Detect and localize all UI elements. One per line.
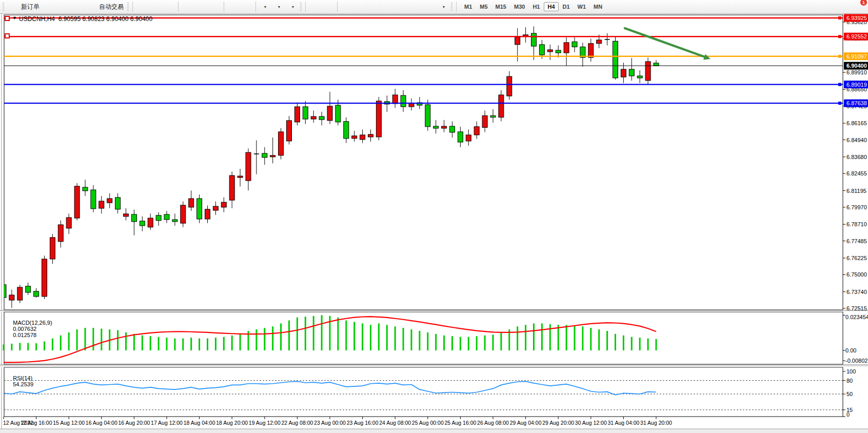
- timeframe-h1[interactable]: H1: [529, 2, 543, 11]
- channel-tool-button[interactable]: F: [395, 1, 408, 12]
- svg-text:6.93925: 6.93925: [846, 15, 867, 21]
- candlestick-type-button[interactable]: [149, 1, 162, 12]
- arrows-tool-button[interactable]: ▼: [437, 1, 450, 12]
- svg-text:31 Aug 04:00: 31 Aug 04:00: [607, 420, 639, 426]
- macd-value-main: 0.007632: [13, 326, 36, 332]
- macd-value-signal: 0.012578: [13, 332, 36, 338]
- svg-text:6.79970: 6.79970: [846, 204, 867, 210]
- svg-text:19 Aug 12:00: 19 Aug 12:00: [249, 420, 281, 426]
- svg-text:6.89019: 6.89019: [846, 82, 867, 88]
- timeframe-m1[interactable]: M1: [461, 2, 476, 11]
- line-chart-type-button[interactable]: [163, 1, 176, 12]
- timeframe-m5[interactable]: M5: [476, 2, 491, 11]
- zoom-in-button[interactable]: [181, 1, 194, 12]
- svg-text:25 Aug 00:00: 25 Aug 00:00: [412, 420, 444, 426]
- notifications-button[interactable]: 1: [852, 1, 865, 12]
- market-watch-button[interactable]: [43, 1, 56, 12]
- svg-text:6.83680: 6.83680: [846, 154, 867, 160]
- toolbar-grip[interactable]: [451, 3, 452, 11]
- auto-trading-label[interactable]: 自动交易: [98, 3, 126, 11]
- vertical-line-tool-button[interactable]: [340, 1, 353, 12]
- toolbar-separator: [305, 2, 306, 12]
- toolbar-separator: [224, 2, 224, 12]
- search-button[interactable]: [835, 1, 849, 12]
- profile-button[interactable]: [56, 1, 70, 12]
- svg-text:29 Aug 20:00: 29 Aug 20:00: [542, 420, 574, 426]
- new-order-button[interactable]: [6, 1, 19, 12]
- rsi-label: RSI(14) 54.2539: [7, 369, 33, 393]
- chart-area[interactable]: 6.936206.923956.899106.886506.874256.861…: [0, 14, 868, 433]
- svg-text:15 Aug 12:00: 15 Aug 12:00: [53, 420, 85, 426]
- svg-text:6.89910: 6.89910: [846, 69, 867, 75]
- svg-text:16 Aug 20:00: 16 Aug 20:00: [118, 420, 150, 426]
- svg-text:18 Aug 20:00: 18 Aug 20:00: [216, 420, 248, 426]
- timeframe-m30[interactable]: M30: [510, 2, 528, 11]
- svg-text:31 Aug 20:00: 31 Aug 20:00: [640, 420, 672, 426]
- timeframe-h4[interactable]: H4: [544, 2, 558, 11]
- hline-handle[interactable]: [5, 33, 10, 38]
- svg-text:6.92552: 6.92552: [846, 33, 867, 40]
- svg-text:-0.008021: -0.008021: [845, 358, 868, 364]
- toolbar-grip[interactable]: [127, 3, 129, 11]
- trendline-tool-button[interactable]: [367, 1, 381, 12]
- toolbar-separator: [178, 2, 179, 12]
- toolbar-grip[interactable]: [300, 3, 302, 11]
- templates-button[interactable]: ▼: [286, 1, 299, 12]
- timeframe-d1[interactable]: D1: [559, 2, 574, 11]
- svg-text:6.90400: 6.90400: [846, 63, 867, 69]
- text-tool-button[interactable]: A: [409, 1, 422, 12]
- svg-text:18 Aug 04:00: 18 Aug 04:00: [184, 420, 215, 426]
- svg-text:6.72515: 6.72515: [846, 305, 867, 311]
- object-anchor-icon: ▼: [12, 15, 17, 21]
- svg-text:16 Aug 04:00: 16 Aug 04:00: [86, 420, 117, 426]
- chevron-down-icon: ▼: [442, 5, 446, 9]
- chart-title: USDCNH,H4 6.90595 6.90823 6.90400 6.9040…: [19, 15, 152, 23]
- label-tool-button[interactable]: T: [423, 1, 436, 12]
- bar-chart-type-button[interactable]: [135, 1, 148, 12]
- mt4-window: 新订单 自动交易: [0, 0, 868, 433]
- svg-text:6.75000: 6.75000: [846, 271, 867, 278]
- rsi-value: 54.2539: [13, 381, 33, 387]
- tile-windows-button[interactable]: [208, 1, 222, 12]
- auto-trading-button[interactable]: [84, 1, 97, 12]
- svg-text:6.78710: 6.78710: [846, 221, 867, 227]
- svg-text:29 Aug 04:00: 29 Aug 04:00: [510, 420, 542, 426]
- svg-text:6.91097: 6.91097: [846, 53, 867, 60]
- macd-label: MACD(12,26,9) 0.007632 0.012578: [7, 313, 52, 344]
- svg-text:6.76225: 6.76225: [846, 255, 867, 261]
- horizontal-line-tool-button[interactable]: [353, 1, 367, 12]
- svg-text:24 Aug 08:00: 24 Aug 08:00: [379, 420, 411, 426]
- zoom-out-button[interactable]: [194, 1, 208, 12]
- toolbar-separator: [456, 2, 457, 12]
- svg-text:22 Aug 08:00: 22 Aug 08:00: [281, 420, 313, 426]
- svg-text:6.86165: 6.86165: [846, 120, 867, 126]
- svg-text:12 Aug 16:00: 12 Aug 16:00: [21, 420, 52, 426]
- svg-text:25 Aug 16:00: 25 Aug 16:00: [444, 420, 476, 426]
- chevron-down-icon: ▼: [291, 5, 295, 9]
- svg-text:0.00: 0.00: [845, 347, 856, 353]
- chart-shift-button[interactable]: [240, 1, 253, 12]
- indicators-button[interactable]: ▼: [258, 1, 271, 12]
- svg-text:26 Aug 08:00: 26 Aug 08:00: [477, 420, 509, 426]
- svg-text:30 Aug 12:00: 30 Aug 12:00: [575, 420, 607, 426]
- macd-name: MACD(12,26,9): [13, 320, 52, 326]
- svg-text:0: 0: [846, 411, 850, 418]
- timeframe-mn[interactable]: MN: [590, 2, 606, 11]
- svg-text:0.023454: 0.023454: [845, 314, 868, 320]
- svg-text:80: 80: [846, 378, 853, 384]
- periods-button[interactable]: ▼: [272, 1, 285, 12]
- timeframe-w1[interactable]: W1: [574, 2, 590, 11]
- toolbar-separator: [255, 2, 256, 12]
- auto-scroll-button[interactable]: [226, 1, 240, 12]
- svg-text:6.81195: 6.81195: [846, 188, 866, 194]
- signals-button[interactable]: [70, 1, 84, 12]
- toolbar-separator: [337, 2, 338, 12]
- time-axis: [4, 417, 656, 419]
- timeframe-m15[interactable]: M15: [492, 2, 510, 11]
- toolbar-grip[interactable]: [3, 3, 4, 11]
- new-order-label[interactable]: 新订单: [20, 3, 42, 11]
- fibonacci-tool-button[interactable]: E: [381, 1, 394, 12]
- cursor-tool-button[interactable]: [308, 1, 321, 12]
- crosshair-tool-button[interactable]: [322, 1, 335, 12]
- hline-handle[interactable]: [5, 16, 10, 21]
